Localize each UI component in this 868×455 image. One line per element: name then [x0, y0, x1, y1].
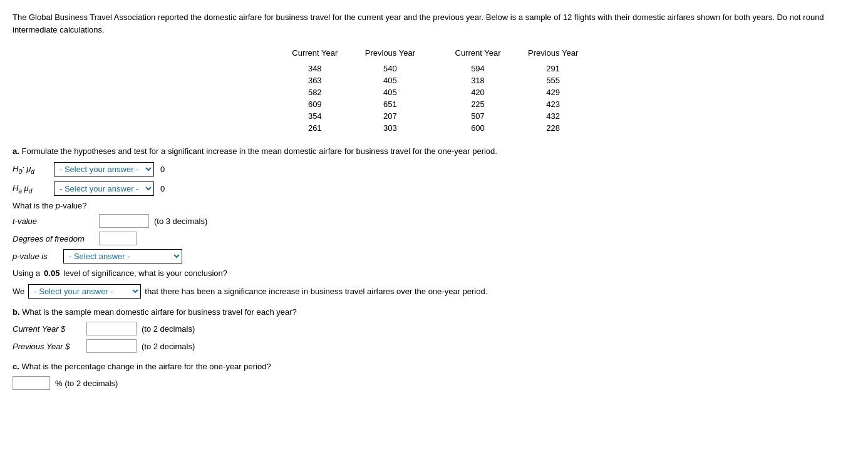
we-label: We: [13, 287, 24, 296]
cell-cy-4: 609: [290, 98, 340, 110]
ha-row: Ha μd - Select your answer - < > = ≤ ≥ ≠…: [13, 181, 855, 196]
cell-py2-5: 432: [528, 110, 578, 122]
tvalue-input[interactable]: [99, 214, 149, 228]
current-year-label: Current Year $: [13, 324, 81, 334]
previous-year-input[interactable]: [86, 339, 137, 353]
cell-py2-6: 228: [528, 122, 578, 134]
cell-cy2-1: 594: [453, 63, 503, 74]
we-select[interactable]: - Select your answer - reject H₀ do not …: [28, 284, 141, 299]
part-c-question: c. What is the percentage change in the …: [13, 362, 855, 371]
cell-cy-2: 363: [290, 74, 340, 86]
dof-input[interactable]: [99, 232, 137, 245]
col-previous-year-left: Previous Year 540 405 405 651 207 303: [365, 48, 415, 134]
cell-cy-5: 354: [290, 110, 340, 122]
h0-label: H0: μd: [13, 164, 50, 175]
h0-row: H0: μd - Select your answer - ≤ ≥ = < > …: [13, 162, 855, 176]
h0-select[interactable]: - Select your answer - ≤ ≥ = < > ≠: [54, 162, 154, 176]
part-c-question-text: What is the percentage change in the air…: [21, 362, 271, 371]
cell-py2-4: 423: [528, 98, 578, 110]
current-year-row: Current Year $ (to 2 decimals): [13, 322, 855, 335]
cell-py-3: 405: [365, 86, 415, 98]
part-b: b. What is the sample mean domestic airf…: [13, 307, 855, 353]
previous-year-hint: (to 2 decimals): [142, 342, 195, 351]
part-b-label: b.: [13, 307, 20, 317]
cell-cy2-2: 318: [453, 74, 503, 86]
previous-year-row: Previous Year $ (to 2 decimals): [13, 339, 855, 353]
cell-py2-2: 555: [528, 74, 578, 86]
data-table-wrapper: Current Year 348 363 582 609 354 261 Pre…: [13, 48, 855, 134]
cell-cy2-3: 420: [453, 86, 503, 98]
cell-py2-3: 429: [528, 86, 578, 98]
h0-zero: 0: [160, 165, 165, 174]
pvalue-question: What is the p-value?: [13, 201, 855, 210]
data-table: Current Year 348 363 582 609 354 261 Pre…: [290, 48, 578, 134]
percentage-hint: % (to 2 decimals): [55, 379, 118, 388]
pvalue-is-label: p-value is: [13, 252, 59, 261]
cell-py-5: 207: [365, 110, 415, 122]
pvalue-select[interactable]: - Select answer - less than .005 between…: [63, 249, 182, 263]
cell-py-2: 405: [365, 74, 415, 86]
col-header-py2: Previous Year: [528, 48, 578, 58]
ha-label: Ha μd: [13, 183, 50, 195]
ha-zero: 0: [160, 184, 165, 193]
dof-label: Degrees of freedom: [13, 234, 94, 243]
tvalue-hint: (to 3 decimals): [154, 217, 207, 226]
conclusion-prefix: Using a: [13, 268, 40, 278]
cell-py-1: 540: [365, 63, 415, 74]
ha-select[interactable]: - Select your answer - < > = ≤ ≥ ≠: [54, 181, 154, 196]
cell-py2-1: 291: [528, 63, 578, 74]
significance-value: 0.05: [44, 268, 59, 278]
cell-py-4: 651: [365, 98, 415, 110]
current-year-input[interactable]: [86, 322, 137, 335]
conclusion-mid: level of significance, what is your conc…: [63, 268, 227, 278]
percentage-row: % (to 2 decimals): [13, 376, 855, 390]
cell-cy2-6: 600: [453, 122, 503, 134]
conclusion-we-row: We - Select your answer - reject H₀ do n…: [13, 284, 855, 299]
cell-cy2-4: 225: [453, 98, 503, 110]
tvalue-label: t-value: [13, 217, 94, 226]
current-year-hint: (to 2 decimals): [142, 324, 195, 334]
col-current-year-right: Current Year 594 318 420 225 507 600: [453, 48, 503, 134]
pvalue-is-row: p-value is - Select answer - less than .…: [13, 249, 855, 263]
col-current-year-left: Current Year 348 363 582 609 354 261: [290, 48, 340, 134]
cell-cy2-5: 507: [453, 110, 503, 122]
cell-cy-1: 348: [290, 63, 340, 74]
conclusion-row: Using a 0.05 level of significance, what…: [13, 268, 855, 278]
intro-text: The Global Business Travel Association r…: [13, 11, 855, 36]
cell-cy-6: 261: [290, 122, 340, 134]
col-group-left: Current Year 348 363 582 609 354 261 Pre…: [290, 48, 415, 134]
part-a-label: a.: [13, 146, 19, 156]
part-a: a. Formulate the hypotheses and test for…: [13, 146, 855, 299]
part-a-question-text: Formulate the hypotheses and test for a …: [21, 146, 497, 156]
previous-year-label: Previous Year $: [13, 342, 81, 351]
percentage-input[interactable]: [13, 376, 50, 390]
cell-cy-3: 582: [290, 86, 340, 98]
tvalue-row: t-value (to 3 decimals): [13, 214, 855, 228]
col-header-py1: Previous Year: [365, 48, 415, 58]
col-previous-year-right: Previous Year 291 555 429 423 432 228: [528, 48, 578, 134]
col-header-cy1: Current Year: [290, 48, 340, 58]
part-b-question: b. What is the sample mean domestic airf…: [13, 307, 855, 317]
part-a-question: a. Formulate the hypotheses and test for…: [13, 146, 855, 156]
part-c: c. What is the percentage change in the …: [13, 362, 855, 390]
part-b-question-text: What is the sample mean domestic airfare…: [22, 307, 297, 317]
col-group-right: Current Year 594 318 420 225 507 600 Pre…: [453, 48, 578, 134]
part-c-label: c.: [13, 362, 19, 371]
dof-row: Degrees of freedom: [13, 232, 855, 245]
col-header-cy2: Current Year: [453, 48, 503, 58]
conclusion-suffix: that there has been a significance incre…: [145, 287, 487, 296]
cell-py-6: 303: [365, 122, 415, 134]
